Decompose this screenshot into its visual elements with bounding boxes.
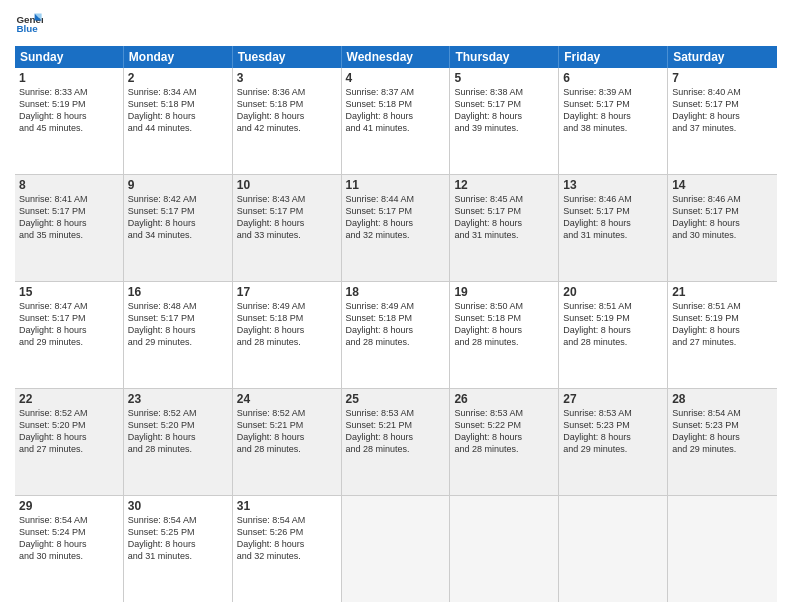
header-day-friday: Friday <box>559 46 668 68</box>
day-cell-11: 11 Sunrise: 8:44 AMSunset: 5:17 PMDaylig… <box>342 175 451 281</box>
day-number: 10 <box>237 178 337 192</box>
day-info: Sunrise: 8:54 AMSunset: 5:26 PMDaylight:… <box>237 515 306 561</box>
calendar-body: 1 Sunrise: 8:33 AMSunset: 5:19 PMDayligh… <box>15 68 777 602</box>
day-info: Sunrise: 8:34 AMSunset: 5:18 PMDaylight:… <box>128 87 197 133</box>
day-cell-6: 6 Sunrise: 8:39 AMSunset: 5:17 PMDayligh… <box>559 68 668 174</box>
day-cell-8: 8 Sunrise: 8:41 AMSunset: 5:17 PMDayligh… <box>15 175 124 281</box>
day-number: 29 <box>19 499 119 513</box>
day-info: Sunrise: 8:46 AMSunset: 5:17 PMDaylight:… <box>563 194 632 240</box>
day-cell-20: 20 Sunrise: 8:51 AMSunset: 5:19 PMDaylig… <box>559 282 668 388</box>
day-number: 18 <box>346 285 446 299</box>
day-number: 8 <box>19 178 119 192</box>
empty-cell <box>450 496 559 602</box>
calendar-week-3: 15 Sunrise: 8:47 AMSunset: 5:17 PMDaylig… <box>15 282 777 389</box>
day-number: 24 <box>237 392 337 406</box>
header-day-monday: Monday <box>124 46 233 68</box>
day-info: Sunrise: 8:37 AMSunset: 5:18 PMDaylight:… <box>346 87 415 133</box>
empty-cell <box>668 496 777 602</box>
day-number: 7 <box>672 71 773 85</box>
day-info: Sunrise: 8:52 AMSunset: 5:20 PMDaylight:… <box>19 408 88 454</box>
day-info: Sunrise: 8:47 AMSunset: 5:17 PMDaylight:… <box>19 301 88 347</box>
day-cell-5: 5 Sunrise: 8:38 AMSunset: 5:17 PMDayligh… <box>450 68 559 174</box>
day-info: Sunrise: 8:33 AMSunset: 5:19 PMDaylight:… <box>19 87 88 133</box>
day-info: Sunrise: 8:46 AMSunset: 5:17 PMDaylight:… <box>672 194 741 240</box>
header: General Blue <box>15 10 777 38</box>
day-cell-31: 31 Sunrise: 8:54 AMSunset: 5:26 PMDaylig… <box>233 496 342 602</box>
svg-text:Blue: Blue <box>16 23 38 34</box>
day-number: 14 <box>672 178 773 192</box>
day-cell-4: 4 Sunrise: 8:37 AMSunset: 5:18 PMDayligh… <box>342 68 451 174</box>
day-info: Sunrise: 8:42 AMSunset: 5:17 PMDaylight:… <box>128 194 197 240</box>
day-info: Sunrise: 8:36 AMSunset: 5:18 PMDaylight:… <box>237 87 306 133</box>
day-number: 1 <box>19 71 119 85</box>
header-day-thursday: Thursday <box>450 46 559 68</box>
day-cell-24: 24 Sunrise: 8:52 AMSunset: 5:21 PMDaylig… <box>233 389 342 495</box>
day-cell-2: 2 Sunrise: 8:34 AMSunset: 5:18 PMDayligh… <box>124 68 233 174</box>
day-cell-30: 30 Sunrise: 8:54 AMSunset: 5:25 PMDaylig… <box>124 496 233 602</box>
day-info: Sunrise: 8:44 AMSunset: 5:17 PMDaylight:… <box>346 194 415 240</box>
page: General Blue SundayMondayTuesdayWednesda… <box>0 0 792 612</box>
day-info: Sunrise: 8:45 AMSunset: 5:17 PMDaylight:… <box>454 194 523 240</box>
day-cell-19: 19 Sunrise: 8:50 AMSunset: 5:18 PMDaylig… <box>450 282 559 388</box>
day-number: 6 <box>563 71 663 85</box>
day-cell-23: 23 Sunrise: 8:52 AMSunset: 5:20 PMDaylig… <box>124 389 233 495</box>
day-cell-16: 16 Sunrise: 8:48 AMSunset: 5:17 PMDaylig… <box>124 282 233 388</box>
day-number: 11 <box>346 178 446 192</box>
day-cell-17: 17 Sunrise: 8:49 AMSunset: 5:18 PMDaylig… <box>233 282 342 388</box>
day-info: Sunrise: 8:48 AMSunset: 5:17 PMDaylight:… <box>128 301 197 347</box>
day-number: 19 <box>454 285 554 299</box>
day-info: Sunrise: 8:53 AMSunset: 5:22 PMDaylight:… <box>454 408 523 454</box>
day-cell-21: 21 Sunrise: 8:51 AMSunset: 5:19 PMDaylig… <box>668 282 777 388</box>
header-day-tuesday: Tuesday <box>233 46 342 68</box>
calendar-week-2: 8 Sunrise: 8:41 AMSunset: 5:17 PMDayligh… <box>15 175 777 282</box>
day-info: Sunrise: 8:53 AMSunset: 5:23 PMDaylight:… <box>563 408 632 454</box>
logo-icon: General Blue <box>15 10 43 38</box>
header-day-wednesday: Wednesday <box>342 46 451 68</box>
day-info: Sunrise: 8:43 AMSunset: 5:17 PMDaylight:… <box>237 194 306 240</box>
day-number: 16 <box>128 285 228 299</box>
header-day-sunday: Sunday <box>15 46 124 68</box>
calendar-header: SundayMondayTuesdayWednesdayThursdayFrid… <box>15 46 777 68</box>
calendar-week-1: 1 Sunrise: 8:33 AMSunset: 5:19 PMDayligh… <box>15 68 777 175</box>
day-info: Sunrise: 8:51 AMSunset: 5:19 PMDaylight:… <box>672 301 741 347</box>
logo: General Blue <box>15 10 47 38</box>
day-number: 26 <box>454 392 554 406</box>
day-cell-7: 7 Sunrise: 8:40 AMSunset: 5:17 PMDayligh… <box>668 68 777 174</box>
day-number: 28 <box>672 392 773 406</box>
header-day-saturday: Saturday <box>668 46 777 68</box>
day-cell-9: 9 Sunrise: 8:42 AMSunset: 5:17 PMDayligh… <box>124 175 233 281</box>
day-number: 17 <box>237 285 337 299</box>
day-info: Sunrise: 8:38 AMSunset: 5:17 PMDaylight:… <box>454 87 523 133</box>
day-cell-1: 1 Sunrise: 8:33 AMSunset: 5:19 PMDayligh… <box>15 68 124 174</box>
day-info: Sunrise: 8:54 AMSunset: 5:24 PMDaylight:… <box>19 515 88 561</box>
day-number: 22 <box>19 392 119 406</box>
empty-cell <box>559 496 668 602</box>
day-number: 23 <box>128 392 228 406</box>
day-cell-13: 13 Sunrise: 8:46 AMSunset: 5:17 PMDaylig… <box>559 175 668 281</box>
calendar-week-4: 22 Sunrise: 8:52 AMSunset: 5:20 PMDaylig… <box>15 389 777 496</box>
day-number: 25 <box>346 392 446 406</box>
day-info: Sunrise: 8:51 AMSunset: 5:19 PMDaylight:… <box>563 301 632 347</box>
day-info: Sunrise: 8:54 AMSunset: 5:25 PMDaylight:… <box>128 515 197 561</box>
day-number: 27 <box>563 392 663 406</box>
day-number: 3 <box>237 71 337 85</box>
day-cell-28: 28 Sunrise: 8:54 AMSunset: 5:23 PMDaylig… <box>668 389 777 495</box>
day-info: Sunrise: 8:49 AMSunset: 5:18 PMDaylight:… <box>237 301 306 347</box>
day-info: Sunrise: 8:39 AMSunset: 5:17 PMDaylight:… <box>563 87 632 133</box>
day-cell-14: 14 Sunrise: 8:46 AMSunset: 5:17 PMDaylig… <box>668 175 777 281</box>
day-number: 4 <box>346 71 446 85</box>
calendar: SundayMondayTuesdayWednesdayThursdayFrid… <box>15 46 777 602</box>
day-cell-29: 29 Sunrise: 8:54 AMSunset: 5:24 PMDaylig… <box>15 496 124 602</box>
day-cell-25: 25 Sunrise: 8:53 AMSunset: 5:21 PMDaylig… <box>342 389 451 495</box>
day-cell-26: 26 Sunrise: 8:53 AMSunset: 5:22 PMDaylig… <box>450 389 559 495</box>
day-info: Sunrise: 8:52 AMSunset: 5:21 PMDaylight:… <box>237 408 306 454</box>
calendar-week-5: 29 Sunrise: 8:54 AMSunset: 5:24 PMDaylig… <box>15 496 777 602</box>
day-cell-18: 18 Sunrise: 8:49 AMSunset: 5:18 PMDaylig… <box>342 282 451 388</box>
day-number: 5 <box>454 71 554 85</box>
day-number: 15 <box>19 285 119 299</box>
day-info: Sunrise: 8:54 AMSunset: 5:23 PMDaylight:… <box>672 408 741 454</box>
day-number: 21 <box>672 285 773 299</box>
day-cell-10: 10 Sunrise: 8:43 AMSunset: 5:17 PMDaylig… <box>233 175 342 281</box>
day-number: 13 <box>563 178 663 192</box>
day-cell-22: 22 Sunrise: 8:52 AMSunset: 5:20 PMDaylig… <box>15 389 124 495</box>
